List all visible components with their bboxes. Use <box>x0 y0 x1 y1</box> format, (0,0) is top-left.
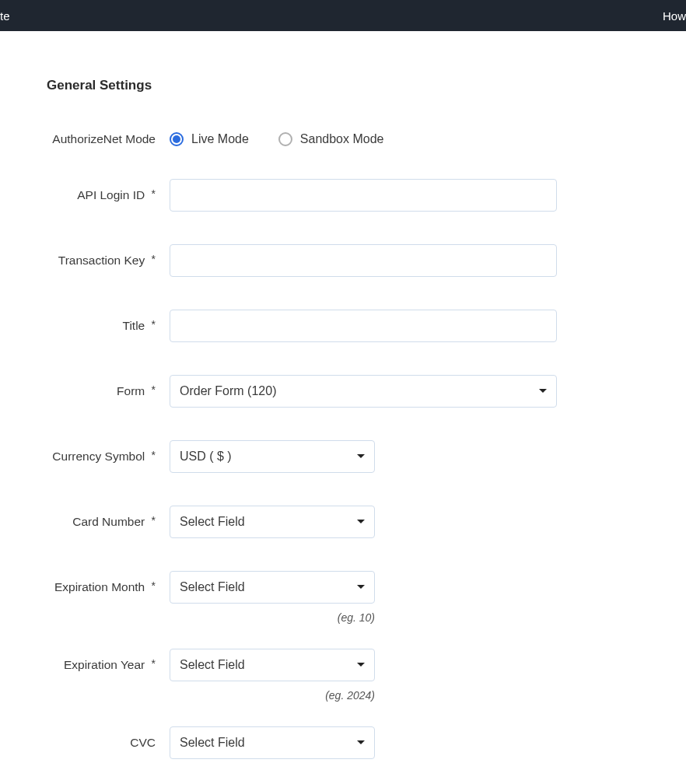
row-transaction-key: Transaction Key * <box>37 244 649 277</box>
radio-icon <box>278 132 292 146</box>
radio-live-label: Live Mode <box>191 132 249 146</box>
topbar-left-fragment: te <box>0 9 10 23</box>
api-login-input[interactable] <box>170 179 557 212</box>
radio-sandbox-mode[interactable]: Sandbox Mode <box>278 132 384 146</box>
cvc-select[interactable]: Select Field <box>170 726 375 759</box>
label-cvc: CVC <box>37 736 170 750</box>
row-currency: Currency Symbol * USD ( $ ) <box>37 440 649 473</box>
radio-live-mode[interactable]: Live Mode <box>170 132 249 146</box>
row-form: Form * Order Form (120) <box>37 375 649 408</box>
settings-panel: General Settings AuthorizeNet Mode Live … <box>0 31 686 784</box>
label-exp-year: Expiration Year * <box>37 658 170 672</box>
form-select[interactable]: Order Form (120) <box>170 375 557 408</box>
row-cvc: CVC Select Field <box>37 726 649 759</box>
exp-year-select[interactable]: Select Field <box>170 649 375 681</box>
label-transaction-key: Transaction Key * <box>37 254 170 268</box>
label-title: Title * <box>37 319 170 333</box>
label-exp-month: Expiration Month * <box>37 580 170 594</box>
label-mode: AuthorizeNet Mode <box>37 132 170 146</box>
hint-exp-month: (eg. 10) <box>170 611 375 624</box>
card-number-select[interactable]: Select Field <box>170 506 375 538</box>
transaction-key-input[interactable] <box>170 244 557 277</box>
mode-radio-group: Live Mode Sandbox Mode <box>170 132 649 146</box>
label-api-login: API Login ID * <box>37 188 170 202</box>
row-title: Title * <box>37 310 649 342</box>
radio-sandbox-label: Sandbox Mode <box>300 132 384 146</box>
hint-exp-month-row: (eg. 10) <box>37 611 649 624</box>
hint-exp-year-row: (eg. 2024) <box>37 689 649 702</box>
label-currency: Currency Symbol * <box>37 450 170 464</box>
label-form: Form * <box>37 384 170 398</box>
label-card-number: Card Number * <box>37 515 170 529</box>
topbar-right-fragment: How <box>663 9 686 23</box>
exp-month-select[interactable]: Select Field <box>170 571 375 604</box>
row-api-login: API Login ID * <box>37 179 649 212</box>
top-bar: te How <box>0 0 686 31</box>
row-card-number: Card Number * Select Field <box>37 506 649 538</box>
hint-exp-year: (eg. 2024) <box>170 689 375 702</box>
row-exp-year: Expiration Year * Select Field <box>37 649 649 681</box>
radio-icon <box>170 132 184 146</box>
title-input[interactable] <box>170 310 557 342</box>
row-exp-month: Expiration Month * Select Field <box>37 571 649 604</box>
currency-select[interactable]: USD ( $ ) <box>170 440 375 473</box>
row-mode: AuthorizeNet Mode Live Mode Sandbox Mode <box>37 132 649 146</box>
section-title: General Settings <box>47 78 649 93</box>
